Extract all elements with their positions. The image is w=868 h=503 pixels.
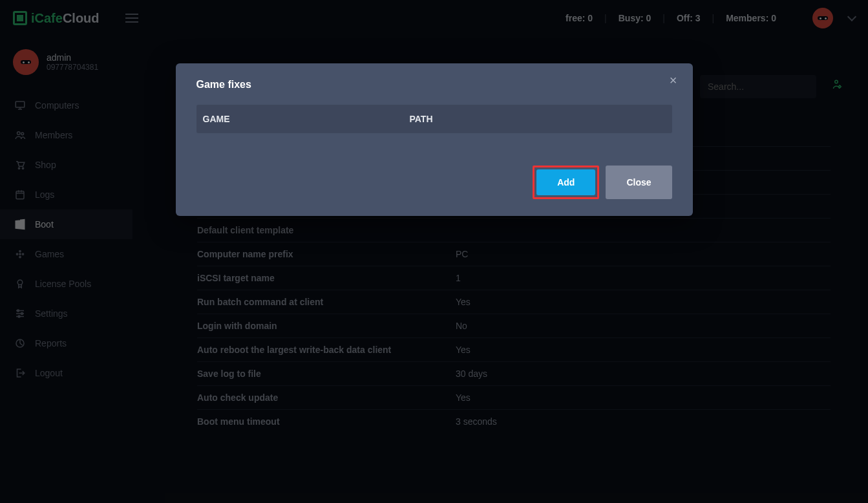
col-game-header: GAME [203, 114, 410, 124]
game-fixes-modal: Game fixes × GAME PATH Add Close [176, 63, 693, 216]
col-path-header: PATH [410, 114, 433, 124]
close-button[interactable]: Close [606, 166, 672, 199]
modal-actions: Add Close [196, 166, 672, 199]
modal-overlay[interactable]: Game fixes × GAME PATH Add Close [0, 0, 868, 503]
modal-table-header: GAME PATH [196, 105, 672, 133]
add-button[interactable]: Add [536, 169, 595, 195]
add-button-highlight: Add [533, 166, 599, 199]
close-icon[interactable]: × [670, 74, 677, 87]
modal-title: Game fixes [196, 79, 672, 91]
